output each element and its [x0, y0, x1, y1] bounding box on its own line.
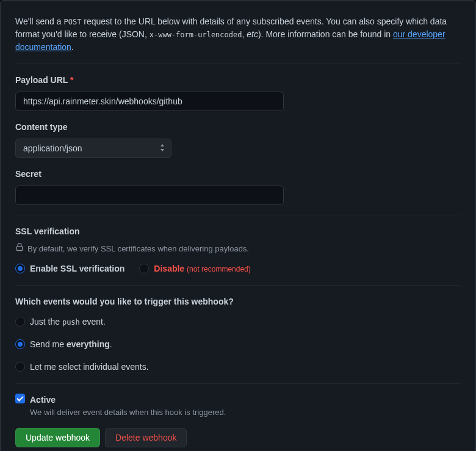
ssl-disable-radio[interactable]	[139, 264, 149, 273]
ssl-disable-label-wrap: Disable (not recommended)	[154, 262, 250, 275]
button-row: Update webhook Delete webhook	[15, 428, 461, 447]
ssl-radio-row: Enable SSL verification Disable (not rec…	[15, 262, 461, 275]
active-checkbox[interactable]	[15, 394, 25, 403]
events-just-push-label: Just the push event.	[30, 316, 106, 328]
ssl-note-text: By default, we verify SSL certificates w…	[27, 243, 249, 255]
ssl-enable-label: Enable SSL verification	[30, 262, 124, 275]
divider	[15, 63, 461, 64]
payload-url-field: Payload URL *	[15, 74, 461, 111]
divider	[15, 215, 461, 215]
events-everything-strong: everything	[67, 339, 110, 349]
intro-text: We'll send a POST request to the URL bel…	[15, 15, 461, 54]
payload-url-label-text: Payload URL	[15, 75, 68, 85]
content-type-select-wrap: application/json	[15, 139, 171, 158]
content-type-field: Content type application/json	[15, 121, 461, 158]
delete-webhook-button[interactable]: Delete webhook	[105, 428, 187, 447]
events-just-prefix: Just the	[30, 317, 62, 327]
active-desc: We will deliver event details when this …	[30, 406, 226, 419]
update-webhook-button[interactable]: Update webhook	[15, 428, 100, 447]
events-individual-option[interactable]: Let me select individual events.	[15, 361, 461, 373]
secret-label: Secret	[15, 168, 461, 181]
payload-url-input[interactable]	[15, 92, 284, 111]
content-type-select[interactable]: application/json	[15, 139, 171, 158]
events-individual-radio[interactable]	[15, 362, 25, 372]
payload-url-label: Payload URL *	[15, 74, 461, 87]
webhook-settings-panel: We'll send a POST request to the URL bel…	[0, 0, 476, 451]
events-everything-label: Send me everything.	[30, 338, 112, 351]
ssl-disable-label: Disable	[154, 264, 184, 273]
events-heading: Which events would you like to trigger t…	[15, 295, 461, 308]
events-everything-prefix: Send me	[30, 339, 67, 349]
ssl-section: SSL verification By default, we verify S…	[15, 225, 461, 275]
active-checkbox-row: Active We will deliver event details whe…	[15, 394, 461, 419]
intro-suffix: .	[71, 42, 74, 52]
ssl-enable-radio[interactable]	[15, 264, 25, 273]
intro-prefix: We'll send a	[15, 16, 63, 26]
intro-code-post: POST	[63, 18, 81, 26]
divider	[15, 285, 461, 286]
ssl-enable-option[interactable]: Enable SSL verification	[15, 262, 124, 275]
events-just-push-radio[interactable]	[15, 317, 25, 327]
ssl-heading: SSL verification	[15, 225, 461, 238]
intro-mid3: ). More information can be found in	[258, 29, 393, 39]
intro-etc: etc	[247, 29, 258, 39]
lock-icon	[15, 243, 24, 255]
events-everything-option[interactable]: Send me everything.	[15, 338, 461, 351]
events-list: Just the push event. Send me everything.…	[15, 316, 461, 373]
active-text: Active We will deliver event details whe…	[30, 394, 226, 419]
events-everything-radio[interactable]	[15, 339, 25, 349]
active-label: Active	[30, 394, 226, 406]
events-just-push-option[interactable]: Just the push event.	[15, 316, 461, 328]
ssl-not-recommended: (not recommended)	[187, 265, 251, 273]
events-individual-label: Let me select individual events.	[30, 361, 149, 373]
events-just-suffix: event.	[80, 317, 106, 327]
ssl-disable-option[interactable]: Disable (not recommended)	[139, 262, 250, 275]
secret-field: Secret	[15, 168, 461, 205]
secret-input[interactable]	[15, 186, 284, 205]
divider	[15, 383, 461, 384]
content-type-label: Content type	[15, 121, 461, 134]
ssl-note: By default, we verify SSL certificates w…	[15, 243, 461, 255]
events-everything-suffix: .	[110, 339, 112, 349]
intro-code-urlencoded: x-www-form-urlencoded	[150, 31, 242, 39]
required-asterisk: *	[70, 75, 73, 85]
events-just-code: push	[62, 318, 80, 327]
active-section: Active We will deliver event details whe…	[15, 394, 461, 419]
events-section: Which events would you like to trigger t…	[15, 295, 461, 373]
